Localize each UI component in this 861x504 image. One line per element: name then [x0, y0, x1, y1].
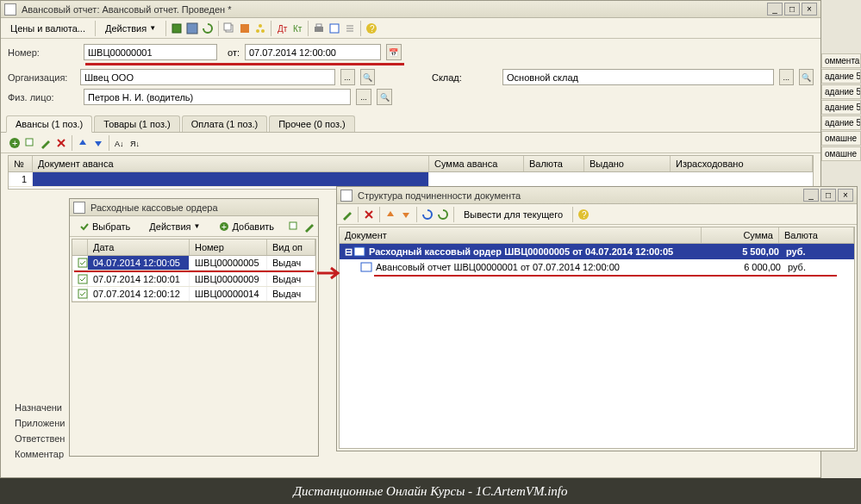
refresh-icon[interactable] — [421, 208, 434, 221]
col-doc[interactable]: Документ аванса — [33, 156, 429, 171]
sidebar-item[interactable]: омашне — [821, 146, 861, 161]
separator — [165, 21, 166, 36]
sidebar-item[interactable]: адание 5 — [821, 100, 861, 115]
basis-icon[interactable] — [238, 22, 252, 35]
tab-payment[interactable]: Оплата (1 поз.) — [182, 115, 267, 132]
move-up-icon[interactable] — [76, 136, 90, 150]
sidebar-item[interactable]: адание 5 — [821, 69, 861, 84]
svg-rect-12 — [330, 24, 339, 33]
kt-icon[interactable]: Кт — [290, 22, 304, 35]
col-spent[interactable]: Израсходовано — [671, 156, 813, 171]
org-label: Организация: — [8, 72, 75, 83]
svg-text:?: ? — [582, 210, 587, 220]
col-cur[interactable]: Валюта — [524, 156, 584, 171]
col-vid[interactable]: Вид оп — [267, 240, 315, 255]
fiz-select-button[interactable]: ... — [356, 89, 371, 105]
number-label: Номер: — [8, 47, 78, 58]
collapse-icon[interactable]: ⊟ — [343, 246, 353, 258]
sidebar: омментар адание 5 адание 5 адание 5 адан… — [821, 53, 861, 162]
help-icon[interactable]: ? — [365, 22, 378, 35]
grid-row[interactable]: 1 — [9, 172, 813, 187]
org-input[interactable]: Швец ООО — [80, 69, 334, 85]
maximize-button[interactable]: □ — [784, 3, 800, 16]
select-button[interactable]: Выбрать — [73, 219, 136, 234]
sidebar-item[interactable]: адание 5 — [821, 115, 861, 130]
list-icon[interactable] — [343, 22, 357, 35]
close-button[interactable]: × — [838, 189, 853, 202]
delete-row-icon[interactable] — [54, 136, 68, 150]
sidebar-item[interactable]: омментар — [821, 53, 861, 68]
tab-goods[interactable]: Товары (1 поз.) — [94, 115, 179, 132]
struct-icon[interactable] — [253, 22, 267, 35]
close-button[interactable]: × — [802, 3, 817, 16]
cash-row[interactable]: 04.07.2014 12:00:05 ШВЦ00000005 Выдач — [72, 256, 315, 271]
tab-other[interactable]: Прочее (0 поз.) — [269, 115, 354, 132]
calendar-button[interactable]: 📅 — [386, 44, 402, 60]
date-input[interactable]: 07.07.2014 12:00:00 — [245, 44, 381, 60]
report-icon[interactable] — [328, 22, 341, 35]
col-date[interactable]: Дата — [88, 240, 190, 255]
edit-icon[interactable] — [303, 220, 316, 233]
prices-button[interactable]: Цены и валюта... — [4, 21, 91, 36]
cash-row[interactable]: 07.07.2014 12:00:01 ШВЦ00000009 Выдач — [72, 272, 315, 287]
org-open-button[interactable]: 🔍 — [360, 69, 375, 85]
post-icon[interactable] — [170, 22, 184, 35]
sort-asc-icon[interactable]: A↓ — [113, 136, 127, 150]
svg-rect-28 — [78, 258, 87, 267]
help-icon[interactable]: ? — [577, 208, 590, 221]
sklad-input[interactable]: Основной склад — [502, 69, 773, 85]
edit-icon[interactable] — [340, 208, 354, 221]
copy-row-icon[interactable] — [23, 136, 37, 150]
col-cur[interactable]: Валюта — [779, 227, 854, 243]
row-doc[interactable] — [33, 172, 429, 186]
col-sum[interactable]: Сумма аванса — [429, 156, 524, 171]
down-icon[interactable] — [399, 208, 413, 221]
sklad-open-button[interactable]: 🔍 — [799, 69, 814, 85]
move-down-icon[interactable] — [91, 136, 105, 150]
copy-icon[interactable] — [287, 220, 301, 233]
add-row-icon[interactable]: + — [8, 136, 22, 150]
grid-toolbar: + A↓ Я↓ — [1, 133, 820, 153]
date-label: от: — [228, 47, 240, 58]
sort-desc-icon[interactable]: Я↓ — [128, 136, 142, 150]
maximize-button[interactable]: □ — [820, 189, 836, 202]
move-icon[interactable]: Дт — [275, 22, 289, 35]
svg-text:+: + — [221, 222, 227, 232]
col-sum[interactable]: Сумма — [702, 227, 779, 243]
org-select-button[interactable]: ... — [340, 69, 355, 85]
actions-button[interactable]: Действия▼ — [99, 21, 162, 36]
minimize-button[interactable]: _ — [767, 3, 783, 16]
delete-icon[interactable] — [362, 208, 376, 221]
refresh-icon[interactable] — [201, 22, 215, 35]
cash-actions-button[interactable]: Действия▼ — [143, 219, 206, 234]
refresh2-icon[interactable] — [436, 208, 450, 221]
fiz-open-button[interactable]: 🔍 — [377, 89, 392, 105]
print-icon[interactable] — [312, 22, 326, 35]
separator — [271, 21, 271, 36]
edit-row-icon[interactable] — [39, 136, 53, 150]
copy-icon[interactable] — [222, 22, 236, 35]
up-icon[interactable] — [384, 208, 397, 221]
add-button[interactable]: +Добавить — [213, 219, 280, 234]
number-input[interactable]: ШВЦ00000001 — [84, 44, 217, 60]
sidebar-item[interactable]: адание 5 — [821, 84, 861, 99]
tree-row[interactable]: Авансовый отчет ШВЦ00000001 от 07.07.201… — [340, 259, 854, 275]
tab-advances[interactable]: Авансы (1 поз.) — [6, 115, 92, 133]
cash-row[interactable]: 07.07.2014 12:00:12 ШВЦ00000014 Выдач — [72, 287, 315, 302]
sklad-select-button[interactable]: ... — [779, 69, 794, 85]
col-num[interactable]: № — [9, 156, 33, 171]
separator — [109, 135, 109, 151]
col-issued[interactable]: Выдано — [584, 156, 671, 171]
sidebar-item[interactable]: омашне — [821, 131, 861, 146]
tree-row[interactable]: ⊟ Расходный кассовый ордер ШВЦ00000005 о… — [340, 244, 854, 259]
col-num[interactable]: Номер — [190, 240, 267, 255]
svg-text:?: ? — [370, 24, 375, 34]
svg-rect-11 — [316, 24, 321, 27]
separator — [218, 21, 219, 36]
save-icon[interactable] — [185, 22, 199, 35]
col-doc[interactable]: Документ — [340, 227, 702, 243]
minimize-button[interactable]: _ — [803, 189, 819, 202]
fiz-input[interactable]: Петров Н. И. (водитель) — [84, 89, 351, 105]
output-button[interactable]: Вывести для текущего — [458, 207, 569, 222]
main-title: Авансовый отчет: Авансовый отчет. Провед… — [22, 4, 767, 15]
